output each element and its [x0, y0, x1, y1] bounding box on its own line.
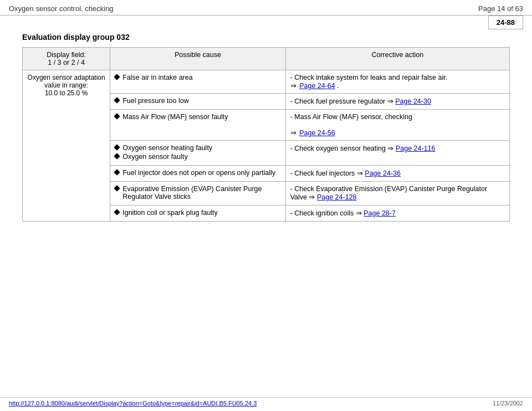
- action-text-4: - Check oxygen sensor heating ⇒: [290, 145, 396, 152]
- action-cell-3: - Mass Air Flow (MAF) sensor, checking ⇒…: [285, 110, 509, 141]
- display-field-text: Oxygen sensor adaptation value in range:…: [27, 74, 105, 97]
- link-24-36[interactable]: Page 24-36: [365, 169, 401, 177]
- cause-item: Oxygen sensor faulty: [115, 153, 280, 161]
- action-suffix-1: .: [337, 82, 339, 90]
- footer-date: 11/23/2002: [493, 400, 523, 407]
- section-title: Evaluation display group 032: [22, 33, 510, 42]
- diamond-icon: [114, 97, 120, 103]
- action-text-5: - Check fuel injectors ⇒: [290, 169, 365, 177]
- action-text-2: - Check fuel pressure regulator ⇒: [290, 97, 396, 105]
- table-header-row: Display field:1 / 3 or 2 / 4 Possible ca…: [23, 48, 510, 70]
- cause-item: False air in intake area: [115, 74, 280, 81]
- diamond-icon: [114, 169, 120, 175]
- cause-cell-4: Oxygen sensor heating faulty Oxygen sens…: [110, 141, 285, 166]
- cause-item: Evaporative Emission (EVAP) Canister Pur…: [115, 185, 280, 201]
- document-title: Oxygen sensor control, checking: [9, 4, 114, 13]
- cause-text-7: Ignition coil or spark plug faulty: [122, 209, 218, 217]
- page-number-area: 24-88: [0, 16, 532, 33]
- diamond-icon: [114, 113, 120, 119]
- action-cell-6: - Check Evaporative Emission (EVAP) Cani…: [285, 182, 509, 206]
- cause-cell-7: Ignition coil or spark plug faulty: [110, 206, 285, 222]
- link-24-128[interactable]: Page 24-128: [317, 193, 357, 201]
- link-28-7[interactable]: Page 28-7: [364, 209, 396, 217]
- cause-cell-3: Mass Air Flow (MAF) sensor faulty: [110, 110, 285, 141]
- cause-text-4b: Oxygen sensor faulty: [122, 153, 187, 161]
- main-content: Evaluation display group 032 Display fie…: [0, 33, 532, 233]
- cause-text-3: Mass Air Flow (MAF) sensor faulty: [122, 113, 228, 121]
- cause-cell-5: Fuel injector does not open or opens onl…: [110, 166, 285, 182]
- cause-cell-1: False air in intake area: [110, 70, 285, 94]
- cause-text-2: Fuel pressure too low: [122, 97, 189, 105]
- diamond-icon: [114, 74, 120, 80]
- page-footer: http://127.0.0.1:8080/audi/servlet/Displ…: [0, 397, 532, 407]
- arrow-icon-3: ⇒: [290, 129, 296, 137]
- action-text-7: - Check ignition coils ⇒: [290, 209, 364, 217]
- col-header-action: Corrective action: [285, 48, 509, 70]
- arrow-icon-1: ⇒: [290, 81, 296, 90]
- footer-url[interactable]: http://127.0.0.1:8080/audi/servlet/Displ…: [9, 400, 257, 407]
- diamond-icon: [114, 144, 120, 150]
- col-header-display: Display field:1 / 3 or 2 / 4: [23, 48, 110, 70]
- action-text-3: - Mass Air Flow (MAF) sensor, checking: [290, 113, 412, 121]
- page-info: Page 14 of 63: [478, 4, 523, 13]
- cause-item: Fuel pressure too low: [115, 97, 280, 105]
- link-24-56[interactable]: Page 24-56: [299, 129, 335, 137]
- cause-cell-2: Fuel pressure too low: [110, 94, 285, 110]
- cause-cell-6: Evaporative Emission (EVAP) Canister Pur…: [110, 182, 285, 206]
- action-cell-1: - Check intake system for leaks and repa…: [285, 70, 509, 94]
- action-text-1: - Check intake system for leaks and repa…: [290, 74, 447, 81]
- diamond-icon: [114, 209, 120, 215]
- cause-item: Fuel injector does not open or opens onl…: [115, 169, 280, 177]
- action-cell-4: - Check oxygen sensor heating ⇒ Page 24-…: [285, 141, 509, 166]
- page-number-box: 24-88: [488, 16, 523, 29]
- cause-text-6: Evaporative Emission (EVAP) Canister Pur…: [122, 185, 280, 201]
- link-24-116[interactable]: Page 24-116: [396, 145, 436, 152]
- cause-text-5: Fuel injector does not open or opens onl…: [122, 169, 275, 177]
- link-24-64[interactable]: Page 24-64: [299, 82, 335, 90]
- link-24-30[interactable]: Page 24-30: [395, 97, 431, 105]
- cause-item: Oxygen sensor heating faulty: [115, 144, 280, 152]
- action-cell-5: - Check fuel injectors ⇒ Page 24-36: [285, 166, 509, 182]
- diamond-icon: [114, 153, 120, 159]
- diamond-icon: [114, 185, 120, 191]
- cause-text-4a: Oxygen sensor heating faulty: [122, 144, 212, 152]
- action-cell-7: - Check ignition coils ⇒ Page 28-7: [285, 206, 509, 222]
- action-cell-2: - Check fuel pressure regulator ⇒ Page 2…: [285, 94, 509, 110]
- display-field-cell: Oxygen sensor adaptation value in range:…: [23, 70, 110, 222]
- page-header: Oxygen sensor control, checking Page 14 …: [0, 0, 532, 16]
- col-header-cause: Possible cause: [110, 48, 285, 70]
- cause-item: Mass Air Flow (MAF) sensor faulty: [115, 113, 280, 121]
- cause-item: Ignition coil or spark plug faulty: [115, 209, 280, 217]
- table-row: Oxygen sensor adaptation value in range:…: [23, 70, 510, 94]
- diagnostic-table: Display field:1 / 3 or 2 / 4 Possible ca…: [22, 47, 510, 222]
- cause-text-1: False air in intake area: [122, 74, 192, 81]
